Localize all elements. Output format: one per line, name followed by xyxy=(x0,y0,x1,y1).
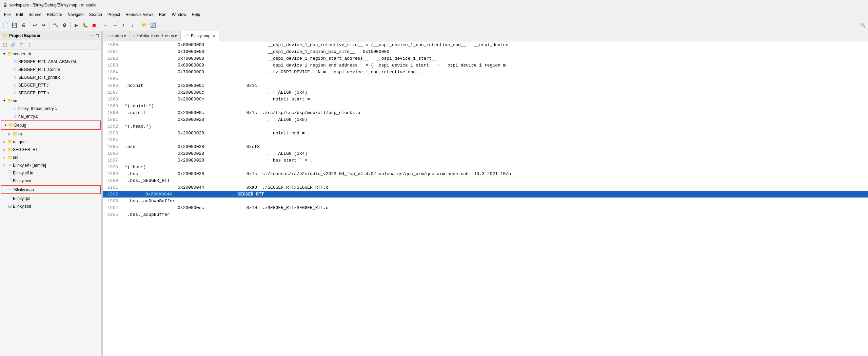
label-blinky-thread-entry: blinky_thread_entry.c xyxy=(18,106,57,111)
stop-button[interactable]: ⏹ xyxy=(90,21,98,29)
tab-maximize-button[interactable]: □ xyxy=(860,31,868,41)
settings-button[interactable]: ⚙ xyxy=(60,21,68,29)
line-number: 1884 xyxy=(103,70,123,75)
code-line-1891: 1891 0x20000028 . = ALIGN (0x8) xyxy=(103,116,868,123)
tree-item-segger-rtt[interactable]: ▾ 📁 segger_rtt xyxy=(0,50,101,58)
tree-item-src-debug[interactable]: ▷ 📁 src xyxy=(0,153,101,161)
line-number: 1899 xyxy=(103,171,123,176)
debug-button[interactable]: 🐛 xyxy=(81,21,89,29)
tree-item-debug[interactable]: ▾ 📁 Debug xyxy=(1,121,100,129)
open-button[interactable]: 📂 xyxy=(140,21,148,29)
code-line-1895: 1895.bss 0x20000028 0xcf8 xyxy=(103,143,868,150)
tree-item-segger-rtt-h[interactable]: h SEGGER_RTT.h xyxy=(0,89,101,97)
save-button[interactable]: 💾 xyxy=(10,21,18,29)
redo-button[interactable]: ↪ xyxy=(40,21,48,29)
menu-refactor[interactable]: Refactor xyxy=(44,11,65,18)
tree-item-blinky-thread-entry[interactable]: c blinky_thread_entry.c xyxy=(0,105,101,112)
code-line-1882: 1882 0x70000000 __ospi_device_1_region_s… xyxy=(103,55,868,62)
sidebar-minimize-icon[interactable]: — xyxy=(90,33,95,38)
label-segger-rtt-conf-h: SEGGER_RTT_Conf.h xyxy=(18,67,60,72)
toolbar-search-button[interactable]: 🔍 xyxy=(859,21,867,29)
line-number: 1904 xyxy=(103,205,123,210)
sidebar-maximize-icon[interactable]: □ xyxy=(96,33,99,38)
tree-item-blinky-sbd[interactable]: ⊞ Blinky.sbd xyxy=(0,202,101,210)
tree-item-segger-rtt-printf-c[interactable]: c SEGGER_RTT_printf.c xyxy=(0,73,101,81)
tab-blinky-thread-entry[interactable]: c *blinky_thread_entry.c xyxy=(130,31,181,41)
c-file-icon-3: c xyxy=(12,106,18,111)
code-line-1898: 1898*(.bss*) xyxy=(103,164,868,170)
toggle-blinky-elf[interactable]: ▷ xyxy=(1,163,7,167)
tab-blinky-map[interactable]: 📄 Blinky.map ✕ xyxy=(181,31,219,41)
toggle-ra[interactable]: ▷ xyxy=(7,132,12,136)
tab-label-blinky-map: Blinky.map xyxy=(191,34,211,38)
tree-item-hal-entry[interactable]: c hal_entry.c xyxy=(0,112,101,120)
code-editor[interactable]: 1880 0x00000000 __ospi_device_1_non_rete… xyxy=(103,41,868,356)
line-number: 1893 xyxy=(103,131,123,136)
refresh-button[interactable]: 🔄 xyxy=(149,21,157,29)
c-file-icon-2: c xyxy=(12,82,18,88)
label-ra: ra xyxy=(18,132,22,136)
build-button[interactable]: 🔨 xyxy=(52,21,60,29)
tree-item-blinky-hex[interactable]: 📄 Blinky.hex xyxy=(0,177,101,185)
toggle-segger-rtt-folder[interactable]: ▷ xyxy=(1,148,7,151)
tree-item-blinky-elf[interactable]: ▷ ✦ Blinky.elf - [arm/le] xyxy=(0,161,101,169)
tree-item-blinky-rpd[interactable]: 📄 Blinky.rpd xyxy=(0,194,101,202)
tree-item-segger-rtt-folder[interactable]: ▷ 📁 SEGGER_RTT xyxy=(0,146,101,153)
code-line-1884: 1884 0x70000000 __tz_OSPI_DEVICE_1_N = _… xyxy=(103,69,868,75)
tab-startup-c[interactable]: c startup.c xyxy=(103,31,130,41)
toggle-segger-rtt[interactable]: ▾ xyxy=(1,52,7,56)
menu-window[interactable]: Window xyxy=(169,11,189,18)
undo-button[interactable]: ↩ xyxy=(31,21,39,29)
toggle-debug[interactable]: ▾ xyxy=(3,123,8,127)
tab-icon-startup: c xyxy=(106,34,108,38)
menu-help[interactable]: Help xyxy=(189,11,203,18)
toolbar-sep-2 xyxy=(50,22,50,29)
view-menu-button[interactable]: ⋮ xyxy=(25,41,33,49)
menu-edit[interactable]: Edit xyxy=(13,11,26,18)
menu-project[interactable]: Project xyxy=(105,11,123,18)
new-button[interactable]: 📄 xyxy=(1,21,9,29)
code-line-1899: 1899 .bss 0x20000028 0x1c c:/renesas/ra/… xyxy=(103,170,868,177)
menu-renesas-views[interactable]: Renesas Views xyxy=(123,11,156,18)
menu-run[interactable]: Run xyxy=(156,11,169,18)
back-button[interactable]: ← xyxy=(102,21,110,29)
link-with-editor-button[interactable]: 🔗 xyxy=(9,41,17,49)
tree-item-src[interactable]: ▾ 📁 src xyxy=(0,97,101,105)
tree-item-segger-rtt-asm[interactable]: S SEGGER_RTT_ASM_ARMv7M. xyxy=(0,58,101,65)
up-button[interactable]: ↑ xyxy=(119,21,127,29)
menu-navigate[interactable]: Navigate xyxy=(65,11,86,18)
code-line-1883: 1883 0x80000000 __ospi_device_1_region_e… xyxy=(103,62,868,69)
tree-item-blinky-elf-in[interactable]: 📄 Blinky.elf.in xyxy=(0,169,101,177)
file-icon-elf-in: 📄 xyxy=(7,170,13,175)
down-button[interactable]: ↓ xyxy=(128,21,136,29)
run-button[interactable]: ▶ xyxy=(72,21,80,29)
toolbar-sep-6 xyxy=(159,22,159,29)
filter-button[interactable]: ⊤ xyxy=(17,41,25,49)
menu-search[interactable]: Search xyxy=(86,11,105,18)
tree-item-segger-rtt-conf-h[interactable]: h SEGGER_RTT_Conf.h xyxy=(0,65,101,73)
print-button[interactable]: 🖨 xyxy=(19,21,27,29)
tree-item-blinky-map[interactable]: 📄 Blinky.map xyxy=(1,186,100,193)
tree-item-ra-gen[interactable]: ▷ 📁 ra_gen xyxy=(0,138,101,146)
label-ra-gen: ra_gen xyxy=(13,139,25,144)
toggle-src[interactable]: ▾ xyxy=(1,99,7,102)
forward-button[interactable]: → xyxy=(111,21,119,29)
elf-file-icon: ✦ xyxy=(7,163,13,168)
collapse-all-button[interactable]: 📋 xyxy=(1,41,8,49)
code-line-1886: 1886.noinit 0x2000000c 0x1c xyxy=(103,82,868,89)
label-segger-rtt-printf-c: SEGGER_RTT_printf.c xyxy=(18,75,60,80)
toggle-ra-gen[interactable]: ▷ xyxy=(1,140,7,144)
tree-item-segger-rtt-c[interactable]: c SEGGER_RTT.c xyxy=(0,81,101,89)
line-number: 1880 xyxy=(103,42,123,48)
folder-icon-src-debug: 📁 xyxy=(7,155,13,160)
tab-close-blinky-map[interactable]: ✕ xyxy=(213,34,215,38)
tab-bar: c startup.c c *blinky_thread_entry.c 📄 B… xyxy=(103,31,868,41)
menu-source[interactable]: Source xyxy=(26,11,44,18)
h-file-icon-1: h xyxy=(12,67,18,72)
menu-file[interactable]: File xyxy=(1,11,13,18)
folder-icon-ra: 📁 xyxy=(12,131,18,136)
label-src: src xyxy=(13,98,18,103)
toggle-src-debug[interactable]: ▷ xyxy=(1,155,7,159)
tree-item-ra[interactable]: ▷ 📁 ra xyxy=(0,130,101,138)
sidebar-header-icons: — □ xyxy=(90,33,99,38)
